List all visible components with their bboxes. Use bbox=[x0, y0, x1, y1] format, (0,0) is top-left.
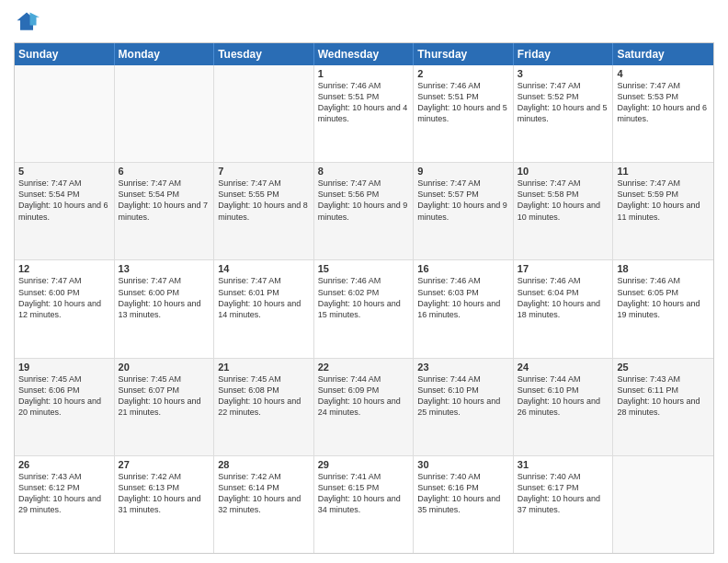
day-cell: 18Sunrise: 7:46 AM Sunset: 6:05 PM Dayli… bbox=[613, 260, 713, 357]
day-number: 6 bbox=[119, 166, 210, 177]
day-number: 30 bbox=[417, 459, 509, 470]
day-header-saturday: Saturday bbox=[613, 43, 713, 65]
day-info: Sunrise: 7:47 AM Sunset: 5:53 PM Dayligh… bbox=[617, 80, 710, 125]
day-number: 12 bbox=[18, 263, 110, 274]
day-cell: 2Sunrise: 7:46 AM Sunset: 5:51 PM Daylig… bbox=[414, 65, 514, 162]
day-cell: 13Sunrise: 7:47 AM Sunset: 6:00 PM Dayli… bbox=[115, 260, 215, 357]
day-number: 11 bbox=[617, 166, 710, 177]
week-row: 1Sunrise: 7:46 AM Sunset: 5:51 PM Daylig… bbox=[15, 65, 713, 162]
day-header-friday: Friday bbox=[514, 43, 614, 65]
svg-marker-1 bbox=[30, 13, 40, 26]
day-cell: 4Sunrise: 7:47 AM Sunset: 5:53 PM Daylig… bbox=[613, 65, 713, 162]
day-number: 25 bbox=[617, 362, 710, 373]
day-info: Sunrise: 7:47 AM Sunset: 6:00 PM Dayligh… bbox=[18, 275, 110, 320]
day-number: 17 bbox=[518, 263, 609, 274]
day-cell: 19Sunrise: 7:45 AM Sunset: 6:06 PM Dayli… bbox=[15, 359, 115, 455]
day-number: 16 bbox=[417, 263, 509, 274]
day-cell: 8Sunrise: 7:47 AM Sunset: 5:56 PM Daylig… bbox=[314, 163, 415, 259]
day-info: Sunrise: 7:47 AM Sunset: 5:56 PM Dayligh… bbox=[318, 178, 410, 223]
day-cell: 7Sunrise: 7:47 AM Sunset: 5:55 PM Daylig… bbox=[214, 163, 314, 259]
day-number: 26 bbox=[18, 459, 110, 470]
day-cell: 6Sunrise: 7:47 AM Sunset: 5:54 PM Daylig… bbox=[115, 163, 215, 259]
day-cell: 16Sunrise: 7:46 AM Sunset: 6:03 PM Dayli… bbox=[414, 260, 514, 357]
day-header-tuesday: Tuesday bbox=[214, 43, 314, 65]
day-header-wednesday: Wednesday bbox=[314, 43, 415, 65]
day-info: Sunrise: 7:46 AM Sunset: 5:51 PM Dayligh… bbox=[318, 80, 410, 125]
day-cell: 30Sunrise: 7:40 AM Sunset: 6:16 PM Dayli… bbox=[414, 456, 514, 553]
day-cell: 27Sunrise: 7:42 AM Sunset: 6:13 PM Dayli… bbox=[115, 456, 215, 553]
day-cell: 29Sunrise: 7:41 AM Sunset: 6:15 PM Dayli… bbox=[314, 456, 415, 553]
day-cell: 11Sunrise: 7:47 AM Sunset: 5:59 PM Dayli… bbox=[613, 163, 713, 259]
day-number: 14 bbox=[218, 263, 310, 274]
day-info: Sunrise: 7:44 AM Sunset: 6:10 PM Dayligh… bbox=[518, 373, 609, 419]
day-number: 10 bbox=[518, 166, 609, 177]
day-cell: 15Sunrise: 7:46 AM Sunset: 6:02 PM Dayli… bbox=[314, 260, 415, 357]
day-info: Sunrise: 7:44 AM Sunset: 6:09 PM Dayligh… bbox=[318, 373, 410, 419]
day-info: Sunrise: 7:42 AM Sunset: 6:13 PM Dayligh… bbox=[119, 471, 210, 516]
page-header bbox=[14, 9, 714, 35]
week-row: 26Sunrise: 7:43 AM Sunset: 6:12 PM Dayli… bbox=[15, 455, 713, 553]
day-info: Sunrise: 7:45 AM Sunset: 6:08 PM Dayligh… bbox=[218, 373, 310, 419]
day-info: Sunrise: 7:47 AM Sunset: 5:54 PM Dayligh… bbox=[18, 178, 110, 223]
day-number: 28 bbox=[218, 459, 310, 470]
day-number: 31 bbox=[518, 459, 609, 470]
day-cell: 26Sunrise: 7:43 AM Sunset: 6:12 PM Dayli… bbox=[15, 456, 115, 553]
day-number: 23 bbox=[417, 362, 509, 373]
day-cell: 12Sunrise: 7:47 AM Sunset: 6:00 PM Dayli… bbox=[15, 260, 115, 357]
day-number: 2 bbox=[417, 68, 509, 79]
day-number: 29 bbox=[318, 459, 410, 470]
day-cell: 17Sunrise: 7:46 AM Sunset: 6:04 PM Dayli… bbox=[514, 260, 614, 357]
day-info: Sunrise: 7:45 AM Sunset: 6:07 PM Dayligh… bbox=[119, 373, 210, 419]
day-info: Sunrise: 7:46 AM Sunset: 6:04 PM Dayligh… bbox=[518, 275, 609, 320]
calendar: SundayMondayTuesdayWednesdayThursdayFrid… bbox=[14, 42, 714, 554]
day-info: Sunrise: 7:47 AM Sunset: 6:01 PM Dayligh… bbox=[218, 275, 310, 320]
day-cell: 21Sunrise: 7:45 AM Sunset: 6:08 PM Dayli… bbox=[214, 359, 314, 455]
day-info: Sunrise: 7:47 AM Sunset: 5:52 PM Dayligh… bbox=[518, 80, 609, 125]
day-info: Sunrise: 7:46 AM Sunset: 6:05 PM Dayligh… bbox=[617, 275, 710, 320]
day-info: Sunrise: 7:40 AM Sunset: 6:17 PM Dayligh… bbox=[518, 471, 609, 516]
day-number: 21 bbox=[218, 362, 310, 373]
day-info: Sunrise: 7:47 AM Sunset: 5:54 PM Dayligh… bbox=[119, 178, 210, 223]
day-number: 9 bbox=[417, 166, 509, 177]
day-info: Sunrise: 7:43 AM Sunset: 6:11 PM Dayligh… bbox=[617, 373, 710, 419]
day-number: 18 bbox=[617, 263, 710, 274]
day-info: Sunrise: 7:47 AM Sunset: 5:55 PM Dayligh… bbox=[218, 178, 310, 223]
week-row: 19Sunrise: 7:45 AM Sunset: 6:06 PM Dayli… bbox=[15, 358, 713, 455]
day-cell bbox=[115, 65, 215, 162]
day-cell: 23Sunrise: 7:44 AM Sunset: 6:10 PM Dayli… bbox=[414, 359, 514, 455]
day-info: Sunrise: 7:47 AM Sunset: 5:59 PM Dayligh… bbox=[617, 178, 710, 223]
day-cell: 10Sunrise: 7:47 AM Sunset: 5:58 PM Dayli… bbox=[514, 163, 614, 259]
day-number: 3 bbox=[518, 68, 609, 79]
day-header-thursday: Thursday bbox=[414, 43, 514, 65]
day-number: 19 bbox=[18, 362, 110, 373]
day-number: 22 bbox=[318, 362, 410, 373]
day-number: 20 bbox=[119, 362, 210, 373]
day-cell: 14Sunrise: 7:47 AM Sunset: 6:01 PM Dayli… bbox=[214, 260, 314, 357]
day-number: 4 bbox=[617, 68, 710, 79]
day-cell: 3Sunrise: 7:47 AM Sunset: 5:52 PM Daylig… bbox=[514, 65, 614, 162]
day-number: 24 bbox=[518, 362, 609, 373]
day-cell: 25Sunrise: 7:43 AM Sunset: 6:11 PM Dayli… bbox=[613, 359, 713, 455]
day-number: 27 bbox=[119, 459, 210, 470]
day-number: 7 bbox=[218, 166, 310, 177]
day-info: Sunrise: 7:47 AM Sunset: 6:00 PM Dayligh… bbox=[119, 275, 210, 320]
day-cell bbox=[613, 456, 713, 553]
day-cell: 5Sunrise: 7:47 AM Sunset: 5:54 PM Daylig… bbox=[15, 163, 115, 259]
day-number: 15 bbox=[318, 263, 410, 274]
day-info: Sunrise: 7:44 AM Sunset: 6:10 PM Dayligh… bbox=[417, 373, 509, 419]
day-number: 5 bbox=[18, 166, 110, 177]
logo bbox=[14, 9, 43, 35]
day-number: 1 bbox=[318, 68, 410, 79]
day-cell bbox=[214, 65, 314, 162]
day-info: Sunrise: 7:41 AM Sunset: 6:15 PM Dayligh… bbox=[318, 471, 410, 516]
day-info: Sunrise: 7:42 AM Sunset: 6:14 PM Dayligh… bbox=[218, 471, 310, 516]
day-header-monday: Monday bbox=[115, 43, 215, 65]
day-info: Sunrise: 7:46 AM Sunset: 5:51 PM Dayligh… bbox=[417, 80, 509, 125]
day-info: Sunrise: 7:47 AM Sunset: 5:57 PM Dayligh… bbox=[417, 178, 509, 223]
day-cell: 1Sunrise: 7:46 AM Sunset: 5:51 PM Daylig… bbox=[314, 65, 415, 162]
logo-icon bbox=[14, 9, 40, 35]
week-row: 5Sunrise: 7:47 AM Sunset: 5:54 PM Daylig… bbox=[15, 162, 713, 259]
day-number: 13 bbox=[119, 263, 210, 274]
day-header-sunday: Sunday bbox=[15, 43, 115, 65]
day-cell: 28Sunrise: 7:42 AM Sunset: 6:14 PM Dayli… bbox=[214, 456, 314, 553]
